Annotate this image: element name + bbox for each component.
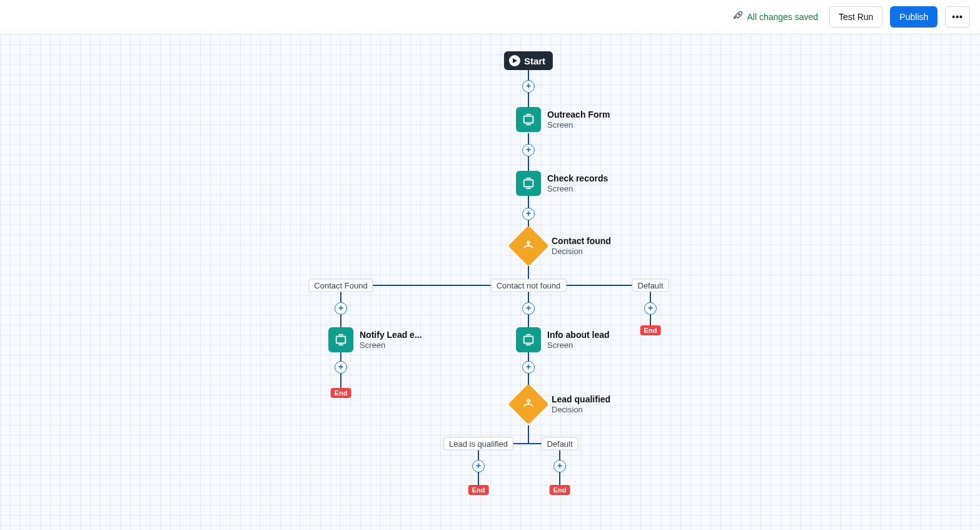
node-title: Info about lead — [547, 330, 610, 340]
node-title: Notify Lead e... — [360, 330, 422, 340]
end-node[interactable]: End — [468, 485, 489, 495]
node-check-records[interactable]: Check records Screen — [516, 171, 608, 196]
decision-icon — [508, 384, 548, 424]
node-title: Outreach Form — [547, 110, 610, 120]
branch-label-contact-found[interactable]: Contact Found — [308, 279, 373, 292]
add-node-button[interactable]: + — [522, 80, 535, 93]
add-node-button[interactable]: + — [644, 302, 657, 315]
add-node-button[interactable]: + — [522, 144, 535, 156]
play-icon — [509, 55, 520, 66]
more-actions-button[interactable]: ••• — [945, 6, 970, 28]
node-subtitle: Decision — [552, 405, 610, 415]
add-node-button[interactable]: + — [472, 460, 485, 472]
node-lead-qualified[interactable]: Lead qualified Decision — [514, 390, 610, 419]
node-subtitle: Screen — [547, 184, 608, 194]
connector — [528, 426, 529, 443]
node-contact-found[interactable]: Contact found Decision — [514, 232, 611, 260]
end-node[interactable]: End — [550, 485, 570, 495]
node-subtitle: Decision — [552, 247, 611, 257]
top-toolbar: All changes saved Test Run Publish ••• — [0, 0, 980, 34]
save-status-text: All changes saved — [747, 12, 818, 22]
rocket-icon — [733, 11, 743, 23]
screen-icon — [516, 107, 541, 132]
end-node[interactable]: End — [640, 325, 661, 335]
node-title: Check records — [547, 173, 608, 184]
branch-label-lead-default[interactable]: Default — [541, 437, 578, 451]
flow-canvas[interactable]: Start + + + Outreach Form Screen Check r… — [0, 34, 980, 530]
node-subtitle: Screen — [547, 340, 610, 350]
end-node[interactable]: End — [331, 388, 351, 398]
save-status: All changes saved — [733, 11, 818, 23]
add-node-button[interactable]: + — [335, 302, 347, 315]
branch-label-contact-not-found[interactable]: Contact not found — [491, 279, 567, 292]
node-subtitle: Screen — [547, 120, 610, 130]
branch-label-lead-qualified[interactable]: Lead is qualified — [443, 437, 513, 451]
svg-rect-11 — [524, 337, 533, 344]
screen-icon — [516, 327, 541, 352]
decision-icon — [508, 225, 548, 266]
svg-rect-8 — [336, 337, 346, 344]
publish-button[interactable]: Publish — [890, 6, 937, 28]
branch-label-default[interactable]: Default — [632, 279, 669, 292]
svg-point-14 — [527, 400, 530, 402]
add-node-button[interactable]: + — [335, 361, 347, 374]
node-notify-lead[interactable]: Notify Lead e... Screen — [328, 327, 422, 352]
add-node-button[interactable]: + — [522, 302, 535, 315]
node-subtitle: Screen — [360, 340, 422, 350]
screen-icon — [328, 327, 353, 352]
start-label: Start — [524, 56, 545, 66]
test-run-button[interactable]: Test Run — [829, 6, 882, 28]
screen-icon — [516, 171, 541, 196]
add-node-button[interactable]: + — [522, 208, 535, 220]
svg-rect-1 — [524, 116, 533, 123]
node-outreach-form[interactable]: Outreach Form Screen — [516, 107, 610, 132]
node-info-about-lead[interactable]: Info about lead Screen — [516, 327, 610, 352]
svg-point-0 — [739, 14, 740, 15]
start-node[interactable]: Start — [504, 51, 553, 70]
node-title: Contact found — [552, 236, 611, 247]
add-node-button[interactable]: + — [553, 460, 566, 472]
node-title: Lead qualified — [552, 394, 610, 405]
svg-rect-4 — [524, 180, 533, 187]
svg-point-7 — [527, 242, 530, 244]
add-node-button[interactable]: + — [522, 361, 535, 374]
